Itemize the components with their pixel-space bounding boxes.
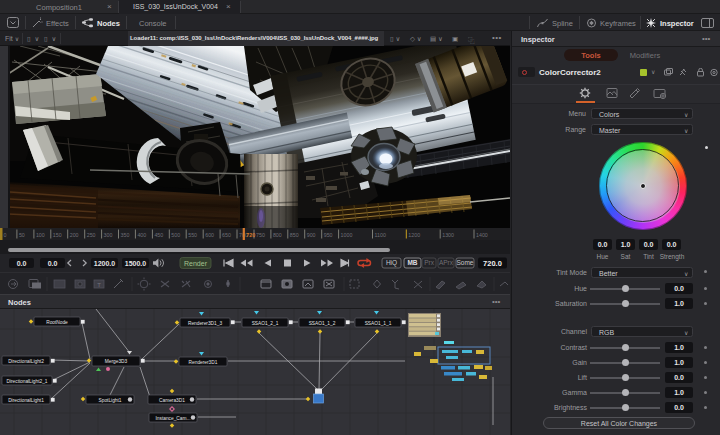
svg-text:SSAO1_1_1: SSAO1_1_1 [365, 321, 392, 326]
svg-text:DirectionalLight2: DirectionalLight2 [8, 359, 44, 364]
svg-text:350: 350 [121, 232, 130, 238]
svg-text:720: 720 [246, 232, 255, 238]
svg-text:SSAO1_2_1: SSAO1_2_1 [252, 321, 279, 326]
svg-text:150: 150 [53, 232, 62, 238]
svg-text:Camera3D1: Camera3D1 [159, 398, 185, 403]
svg-text:100: 100 [36, 232, 45, 238]
svg-text:RootNode: RootNode [46, 320, 68, 325]
svg-text:1400: 1400 [476, 232, 488, 238]
svg-text:Some: Some [457, 259, 474, 266]
svg-text:850: 850 [290, 232, 299, 238]
svg-text:50: 50 [19, 232, 25, 238]
svg-text:Instance_Cam...: Instance_Cam... [156, 416, 191, 421]
svg-text:250: 250 [87, 232, 96, 238]
svg-text:800: 800 [273, 232, 282, 238]
svg-text:0: 0 [4, 232, 7, 238]
svg-text:1500.0: 1500.0 [125, 260, 147, 267]
svg-text:T: T [97, 282, 101, 288]
svg-text:DirectionalLight2_1: DirectionalLight2_1 [6, 379, 47, 384]
svg-text:1300: 1300 [442, 232, 454, 238]
svg-text:Renderer3D1: Renderer3D1 [189, 360, 218, 365]
svg-text:SpotLight1: SpotLight1 [99, 398, 122, 403]
svg-text:450: 450 [154, 232, 163, 238]
svg-text:720.0: 720.0 [483, 259, 502, 268]
svg-text:Renderer3D1_3: Renderer3D1_3 [188, 321, 222, 326]
svg-text:1100: 1100 [375, 232, 386, 238]
svg-text:Render: Render [184, 260, 208, 267]
svg-text:HiQ: HiQ [386, 259, 397, 267]
svg-text:900: 900 [307, 232, 316, 238]
svg-text:Merge3D3: Merge3D3 [105, 359, 128, 364]
svg-text:200: 200 [70, 232, 79, 238]
svg-text:APrx: APrx [439, 259, 454, 266]
svg-text:550: 550 [188, 232, 197, 238]
svg-text:500: 500 [171, 232, 180, 238]
svg-text:Prx: Prx [424, 259, 435, 266]
svg-text:750: 750 [256, 232, 265, 238]
svg-text:0.0: 0.0 [48, 260, 58, 267]
svg-text:SSAO1_1_2: SSAO1_1_2 [309, 321, 336, 326]
svg-text:1200: 1200 [408, 232, 420, 238]
svg-text:MB: MB [407, 259, 417, 266]
svg-text:950: 950 [324, 232, 333, 238]
svg-text:400: 400 [137, 232, 146, 238]
svg-text:0.0: 0.0 [17, 260, 27, 267]
svg-text:1200.0: 1200.0 [94, 260, 116, 267]
svg-text:650: 650 [222, 232, 231, 238]
svg-text:1000: 1000 [341, 232, 353, 238]
svg-text:600: 600 [205, 232, 214, 238]
svg-text:300: 300 [104, 232, 113, 238]
svg-text:DirectionalLight1: DirectionalLight1 [8, 398, 44, 403]
